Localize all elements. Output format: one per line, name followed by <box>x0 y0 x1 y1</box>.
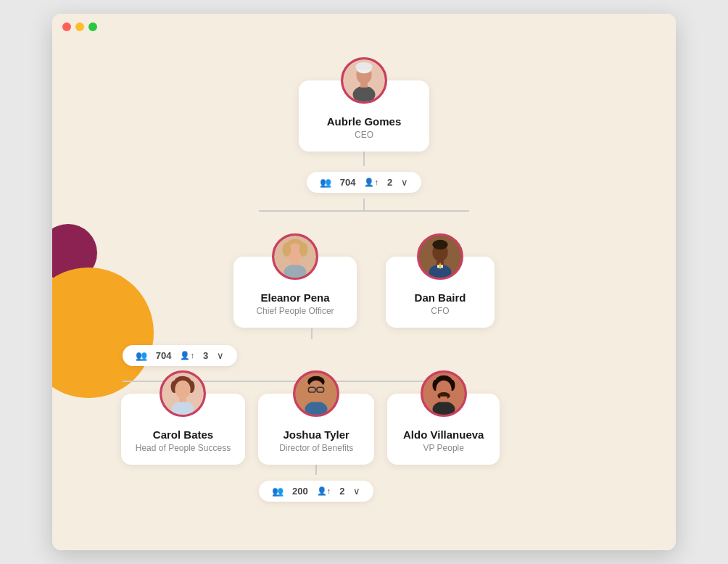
pill-1[interactable]: 👥 704 👤↑ 2 ∨ <box>307 172 421 193</box>
avatar-joshua <box>293 370 339 417</box>
dan-section: Dan Baird CFO <box>386 245 495 328</box>
avatar-eleanor <box>272 233 318 280</box>
svg-point-3 <box>355 62 372 71</box>
close-dot[interactable] <box>62 22 71 31</box>
pill-2[interactable]: 👥 704 👤↑ 3 ∨ <box>123 345 237 366</box>
card-body-carol: Carol Bates Head of People Success <box>136 428 231 453</box>
card-body-aubrle: Aubrle Gomes CEO <box>327 115 402 140</box>
vline-pill2 <box>311 328 313 339</box>
card-joshua-tyler[interactable]: Joshua Tyler Director of Benefits <box>258 394 374 465</box>
avatar-carol <box>160 370 206 417</box>
svg-rect-26 <box>180 397 187 402</box>
card-body-aldo: Aldo Villanueva VP People <box>403 428 484 453</box>
vline-pill3 <box>315 465 317 475</box>
card-aldo-villanueva[interactable]: Aldo Villanueva VP People <box>387 394 500 465</box>
chevron-icon-2[interactable]: ∨ <box>217 350 224 361</box>
avatar-aubrle-gomes <box>341 57 387 104</box>
pill-2-people-count: 704 <box>156 350 172 361</box>
card-carol-bates[interactable]: Carol Bates Head of People Success <box>121 394 245 465</box>
chevron-icon-3[interactable]: ∨ <box>353 486 360 497</box>
name-aubrle: Aubrle Gomes <box>327 115 402 128</box>
card-body-joshua: Joshua Tyler Director of Benefits <box>279 428 353 453</box>
aldo-section: Aldo Villanueva VP People <box>387 382 500 507</box>
up-icon-1: 👤↑ <box>364 178 379 187</box>
people-icon-1: 👥 <box>320 177 331 188</box>
people-icon-2: 👥 <box>136 350 147 361</box>
svg-point-10 <box>299 243 308 257</box>
svg-point-24 <box>175 381 191 399</box>
ceo-section: Aubrle Gomes CEO 👥 704 👤↑ 2 ∨ <box>175 80 553 507</box>
pill-3[interactable]: 👥 200 👤↑ 2 ∨ <box>259 481 373 502</box>
name-eleanor: Eleanor Pena <box>256 291 334 304</box>
title-eleanor: Chief People Officer <box>256 306 334 316</box>
avatar-dan <box>417 233 463 280</box>
avatar-aldo <box>421 370 467 417</box>
pill-3-up-count: 2 <box>339 486 344 497</box>
org-chart: Aubrle Gomes CEO 👥 704 👤↑ 2 ∨ <box>52 40 676 507</box>
eleanor-section: Eleanor Pena Chief People Officer <box>233 245 357 328</box>
card-dan-baird[interactable]: Dan Baird CFO <box>386 257 495 328</box>
svg-point-9 <box>283 243 291 257</box>
svg-rect-5 <box>360 82 368 88</box>
card-eleanor-pena[interactable]: Eleanor Pena Chief People Officer <box>233 257 357 328</box>
pill-1-people-count: 704 <box>340 177 356 188</box>
title-joshua: Director of Benefits <box>279 443 353 453</box>
pill-2-up-count: 3 <box>203 350 208 361</box>
card-body-dan: Dan Baird CFO <box>415 291 466 316</box>
vline-1 <box>363 152 365 166</box>
joshua-section: Joshua Tyler Director of Benefits 👥 200 … <box>258 382 374 507</box>
up-icon-3: 👤↑ <box>317 486 331 496</box>
pill-1-up-count: 2 <box>387 177 392 188</box>
vline-2 <box>363 199 365 210</box>
name-joshua: Joshua Tyler <box>279 428 353 441</box>
carol-section: Carol Bates Head of People Success <box>121 382 245 507</box>
name-dan: Dan Baird <box>415 291 466 304</box>
up-icon-2: 👤↑ <box>180 351 194 360</box>
title-aubrle: CEO <box>327 130 402 140</box>
card-body-eleanor: Eleanor Pena Chief People Officer <box>256 291 334 316</box>
title-aldo: VP People <box>403 443 484 453</box>
card-aubrle-gomes[interactable]: Aubrle Gomes CEO <box>299 80 429 152</box>
titlebar <box>52 14 676 40</box>
svg-rect-12 <box>291 260 299 265</box>
chevron-icon-1[interactable]: ∨ <box>401 177 408 188</box>
title-dan: CFO <box>415 306 466 316</box>
people-icon-3: 👥 <box>272 486 284 497</box>
maximize-dot[interactable] <box>88 22 97 31</box>
title-carol: Head of People Success <box>136 443 231 453</box>
name-aldo: Aldo Villanueva <box>403 428 484 441</box>
level-2-row: Eleanor Pena Chief People Officer <box>233 245 495 328</box>
svg-point-15 <box>432 240 447 250</box>
svg-rect-42 <box>440 397 447 402</box>
pill-3-people-count: 200 <box>292 486 308 497</box>
svg-rect-34 <box>313 397 320 402</box>
minimize-dot[interactable] <box>75 22 84 31</box>
name-carol: Carol Bates <box>136 428 231 441</box>
hline-2 <box>259 210 469 212</box>
app-window: Aubrle Gomes CEO 👥 704 👤↑ 2 ∨ <box>52 14 676 550</box>
